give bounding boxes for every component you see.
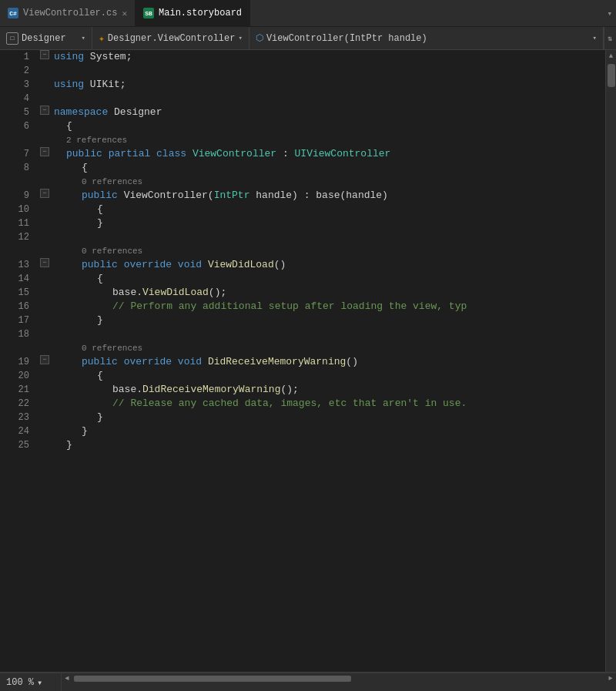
tab-bar: C# ViewController.cs ✕ SB Main.storyboar… bbox=[0, 0, 616, 27]
fold-btn-13[interactable]: − bbox=[40, 258, 49, 267]
editor-container: 1 − using System; 2 3 using UIKit; 4 5 −… bbox=[0, 50, 616, 672]
code-area[interactable]: 1 − using System; 2 3 using UIKit; 4 5 −… bbox=[0, 50, 605, 672]
editor-empty-space[interactable] bbox=[0, 452, 605, 672]
code-line-13: 13 − public override void ViewDidLoad() bbox=[0, 258, 605, 272]
code-line-19: 19 − public override void DidReceiveMemo… bbox=[0, 355, 605, 369]
zoom-label: 100 % bbox=[6, 677, 34, 688]
toolbar-designer-dropdown[interactable]: □ Designer ▾ bbox=[0, 27, 92, 49]
hscroll-left-button[interactable]: ◄ bbox=[62, 673, 72, 684]
code-line-24: 24 } bbox=[0, 424, 605, 438]
pin-icon: ⇅ bbox=[608, 34, 612, 43]
code-line-10: 10 { bbox=[0, 203, 605, 216]
toolbar-section1-label: Designer bbox=[22, 33, 66, 44]
tab-mainstoryboard-label: Main.storyboard bbox=[159, 8, 242, 18]
code-line-8: 8 { bbox=[0, 161, 605, 175]
toolbar-section2-arrow: ▾ bbox=[238, 34, 242, 42]
vertical-scrollbar[interactable]: ▲ bbox=[605, 50, 616, 672]
code-line-4: 4 bbox=[0, 92, 605, 106]
toolbar-class-dropdown[interactable]: ✦ Designer.ViewController ▾ bbox=[92, 27, 249, 49]
toolbar-section3-label: ViewController(IntPtr handle) bbox=[266, 33, 427, 44]
code-ref-9: 0 references bbox=[0, 175, 605, 189]
code-line-2: 2 bbox=[0, 64, 605, 78]
fold-btn-19[interactable]: − bbox=[40, 355, 49, 364]
scrollbar-up-button[interactable]: ▲ bbox=[606, 50, 617, 62]
scrollbar-thumb[interactable] bbox=[608, 64, 615, 87]
code-line-6: 6 { bbox=[0, 119, 605, 133]
tab-overflow-chevron[interactable]: ▾ bbox=[607, 8, 612, 18]
zoom-arrow: ▾ bbox=[37, 677, 42, 689]
toolbar-section3-arrow: ▾ bbox=[593, 34, 597, 42]
sb-icon: SB bbox=[143, 8, 154, 18]
close-viewcontroller-button[interactable]: ✕ bbox=[122, 8, 127, 18]
tab-viewcontroller[interactable]: C# ViewController.cs ✕ bbox=[0, 0, 136, 26]
code-line-16: 16 // Perform any additional setup after… bbox=[0, 300, 605, 314]
class-icon: ✦ bbox=[99, 32, 105, 45]
fold-btn-1[interactable]: − bbox=[40, 50, 49, 59]
code-line-3: 3 using UIKit; bbox=[0, 78, 605, 92]
horizontal-scrollbar[interactable]: ◄ ► bbox=[62, 673, 616, 683]
toolbar-section1-arrow: ▾ bbox=[82, 34, 85, 42]
code-line-17: 17 } bbox=[0, 314, 605, 327]
code-line-11: 11 } bbox=[0, 216, 605, 230]
code-ref-7: 2 references bbox=[0, 133, 605, 147]
cs-icon: C# bbox=[8, 8, 18, 18]
code-line-20: 20 { bbox=[0, 369, 605, 383]
code-line-14: 14 { bbox=[0, 272, 605, 286]
zoom-dropdown[interactable]: 100 % ▾ bbox=[0, 673, 62, 691]
code-line-22: 22 // Release any cached data, images, e… bbox=[0, 397, 605, 411]
fold-btn-7[interactable]: − bbox=[40, 147, 49, 156]
code-line-18: 18 bbox=[0, 327, 605, 341]
code-line-23: 23 } bbox=[0, 411, 605, 424]
hscroll-right-button[interactable]: ► bbox=[605, 673, 616, 684]
code-ref-19: 0 references bbox=[0, 341, 605, 355]
tab-mainstoryboard[interactable]: SB Main.storyboard bbox=[136, 0, 250, 26]
fold-btn-9[interactable]: − bbox=[40, 189, 49, 198]
bottom-bar: 100 % ▾ ◄ ► bbox=[0, 672, 616, 691]
code-line-25: 25 } bbox=[0, 438, 605, 452]
code-line-7: 7 − public partial class ViewController … bbox=[0, 147, 605, 161]
code-line-15: 15 base.ViewDidLoad(); bbox=[0, 286, 605, 300]
code-line-12: 12 bbox=[0, 230, 605, 244]
toolbar-section2-label: Designer.ViewController bbox=[108, 33, 236, 44]
designer-icon: □ bbox=[6, 32, 18, 45]
toolbar-pin-button[interactable]: ⇅ bbox=[604, 27, 616, 49]
toolbar-method-dropdown[interactable]: ⬡ ViewController(IntPtr handle) ▾ bbox=[249, 27, 604, 49]
code-line-5: 5 − namespace Designer bbox=[0, 106, 605, 119]
code-line-21: 21 base.DidReceiveMemoryWarning(); bbox=[0, 383, 605, 397]
code-line-1: 1 − using System; bbox=[0, 50, 605, 64]
hscroll-thumb[interactable] bbox=[74, 676, 351, 682]
toolbar: □ Designer ▾ ✦ Designer.ViewController ▾… bbox=[0, 27, 616, 50]
code-line-9: 9 − public ViewController(IntPtr handle)… bbox=[0, 189, 605, 203]
method-icon: ⬡ bbox=[256, 32, 263, 44]
code-ref-13: 0 references bbox=[0, 244, 605, 258]
fold-btn-5[interactable]: − bbox=[40, 106, 49, 115]
tab-viewcontroller-label: ViewController.cs bbox=[23, 8, 117, 18]
